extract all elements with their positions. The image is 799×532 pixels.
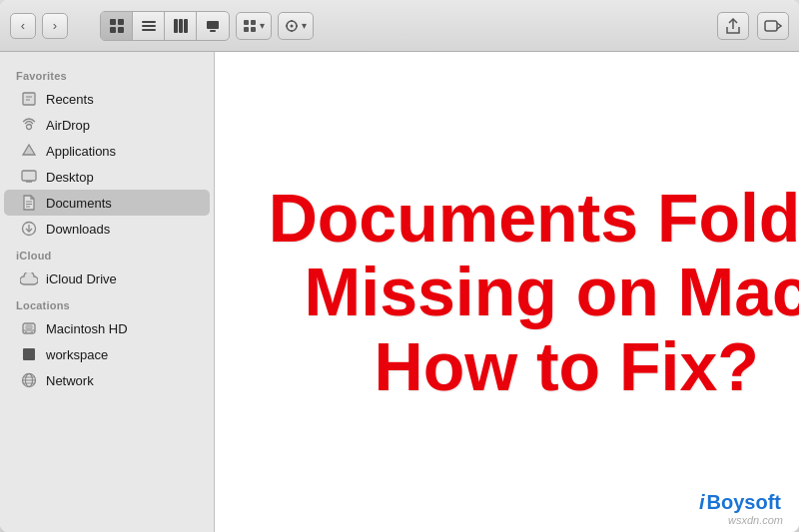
sidebar-item-recents[interactable]: Recents <box>4 86 210 112</box>
svg-rect-8 <box>179 19 183 33</box>
svg-point-39 <box>25 331 27 333</box>
watermark: wsxdn.com <box>728 514 783 526</box>
macintosh-hd-icon <box>20 319 38 337</box>
forward-button[interactable]: › <box>42 13 68 39</box>
airdrop-icon <box>20 116 38 134</box>
tag-button[interactable] <box>757 12 789 40</box>
workspace-label: workspace <box>46 347 108 362</box>
iboysoft-prefix: i <box>699 491 705 514</box>
finder-window: ‹ › <box>0 0 799 532</box>
sidebar-item-icloud-drive[interactable]: iCloud Drive <box>4 266 210 291</box>
view-list-button[interactable] <box>133 12 165 40</box>
documents-label: Documents <box>46 196 112 211</box>
documents-icon <box>20 194 38 212</box>
arrange-arrow: ▾ <box>260 20 265 31</box>
desktop-icon <box>20 168 38 186</box>
icloud-label: iCloud <box>0 242 214 266</box>
svg-rect-5 <box>142 25 156 27</box>
sidebar-item-desktop[interactable]: Desktop <box>4 164 210 190</box>
overlay-line2: Missing on Mac, <box>269 255 799 329</box>
svg-rect-2 <box>110 27 116 33</box>
sidebar-item-workspace[interactable]: workspace <box>4 341 210 367</box>
applications-icon <box>20 142 38 160</box>
svg-rect-7 <box>174 19 178 33</box>
icloud-drive-icon <box>20 269 38 287</box>
svg-rect-15 <box>251 27 256 32</box>
action-dropdown[interactable]: ▾ <box>278 12 314 40</box>
airdrop-label: AirDrop <box>46 118 90 133</box>
iboysoft-brand: iBoysoft <box>699 491 781 514</box>
toolbar: ‹ › <box>0 0 799 52</box>
svg-marker-28 <box>23 145 35 155</box>
view-grid-button[interactable] <box>101 12 133 40</box>
sidebar: Favorites Recents <box>0 52 215 532</box>
svg-rect-14 <box>244 27 249 32</box>
sidebar-item-network[interactable]: Network <box>4 367 210 393</box>
arrange-dropdown[interactable]: ▾ <box>236 12 272 40</box>
favorites-label: Favorites <box>0 62 214 86</box>
overlay-line3: How to Fix? <box>269 329 799 404</box>
share-button[interactable] <box>717 12 749 40</box>
macintosh-hd-label: Macintosh HD <box>46 321 128 336</box>
svg-rect-6 <box>142 29 156 31</box>
network-icon <box>20 371 38 389</box>
svg-rect-9 <box>184 19 188 33</box>
overlay-text: Documents Folder Missing on Mac, How to … <box>269 180 799 403</box>
svg-point-17 <box>291 24 294 27</box>
svg-rect-3 <box>118 27 124 33</box>
toolbar-right <box>717 12 789 40</box>
recents-icon <box>20 90 38 108</box>
sidebar-item-macintosh-hd[interactable]: Macintosh HD <box>4 315 210 341</box>
content-area: Documents Folder Missing on Mac, How to … <box>215 52 799 532</box>
desktop-label: Desktop <box>46 170 94 185</box>
locations-label: Locations <box>0 291 214 315</box>
back-button[interactable]: ‹ <box>10 13 36 39</box>
svg-point-40 <box>31 331 33 333</box>
icloud-drive-label: iCloud Drive <box>46 271 117 286</box>
applications-label: Applications <box>46 144 116 159</box>
network-label: Network <box>46 373 94 388</box>
svg-rect-41 <box>26 325 32 329</box>
svg-rect-12 <box>244 20 249 25</box>
view-switcher <box>100 11 230 41</box>
svg-rect-13 <box>251 20 256 25</box>
downloads-label: Downloads <box>46 222 110 237</box>
main-area: Favorites Recents <box>0 52 799 532</box>
svg-rect-10 <box>207 21 219 29</box>
svg-rect-42 <box>23 348 35 360</box>
overlay-line1: Documents Folder <box>269 180 799 255</box>
svg-rect-1 <box>118 19 124 25</box>
sidebar-item-airdrop[interactable]: AirDrop <box>4 112 210 138</box>
view-cover-button[interactable] <box>197 12 229 40</box>
sidebar-item-documents[interactable]: Documents <box>4 190 210 216</box>
svg-point-27 <box>27 125 32 130</box>
sidebar-item-downloads[interactable]: Downloads <box>4 216 210 242</box>
workspace-icon <box>20 345 38 363</box>
svg-rect-11 <box>210 30 216 32</box>
svg-rect-0 <box>110 19 116 25</box>
iboysoft-name: Boysoft <box>707 491 781 514</box>
recents-label: Recents <box>46 92 94 107</box>
action-arrow: ▾ <box>302 20 307 31</box>
view-column-button[interactable] <box>165 12 197 40</box>
svg-rect-4 <box>142 21 156 23</box>
downloads-icon <box>20 220 38 238</box>
svg-rect-24 <box>23 93 35 105</box>
svg-rect-23 <box>765 21 777 31</box>
sidebar-item-applications[interactable]: Applications <box>4 138 210 164</box>
svg-rect-29 <box>22 171 36 181</box>
